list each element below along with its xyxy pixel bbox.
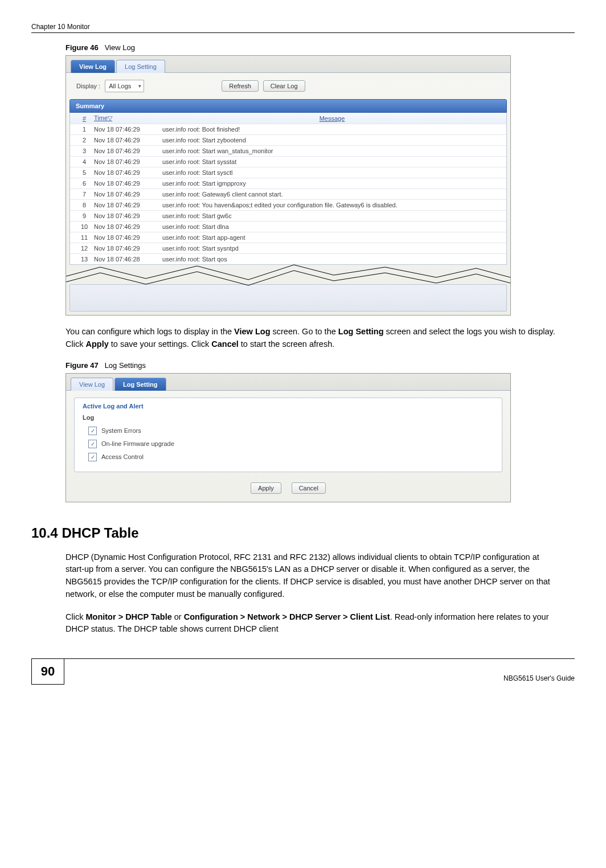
cell-time: Nov 18 07:46:29 [94, 202, 162, 208]
cell-num: 4 [75, 158, 94, 165]
cell-num: 7 [75, 191, 94, 198]
table-row: 8Nov 18 07:46:29user.info root: You have… [70, 200, 506, 211]
paragraph-1: You can configure which logs to display … [65, 326, 555, 351]
cell-msg: user.info root: Start igmpproxy [162, 180, 502, 187]
col-header-num[interactable]: # [75, 115, 94, 122]
page-tear [66, 264, 510, 281]
checkbox-access-control[interactable]: ✓ [88, 453, 97, 461]
log-table: # Time▽ Message 1Nov 18 07:46:29user.inf… [69, 113, 507, 265]
cell-num: 8 [75, 202, 94, 208]
figure-47-caption-text: Log Settings [105, 361, 146, 370]
cell-num: 13 [75, 256, 94, 263]
tab-view-log[interactable]: View Log [71, 60, 115, 73]
checkbox-label: Access Control [101, 453, 144, 460]
cell-num: 5 [75, 169, 94, 176]
cell-time: Nov 18 07:46:29 [94, 148, 162, 154]
figure-46-num: Figure 46 [65, 43, 99, 52]
cell-msg: user.info root: Boot finished! [162, 126, 502, 133]
cell-msg: user.info root: Start sysntpd [162, 245, 502, 252]
checkbox-firmware[interactable]: ✓ [88, 440, 97, 448]
cell-time: Nov 18 07:46:29 [94, 169, 162, 176]
cell-time: Nov 18 07:46:29 [94, 137, 162, 144]
cell-time: Nov 18 07:46:29 [94, 126, 162, 133]
cell-time: Nov 18 07:46:29 [94, 191, 162, 198]
cell-msg: user.info root: Start app-agent [162, 234, 502, 241]
clear-log-button[interactable]: Clear Log [263, 80, 305, 92]
section-heading-dhcp-table: 10.4 DHCP Table [31, 525, 575, 541]
table-row: 10Nov 18 07:46:29user.info root: Start d… [70, 222, 506, 232]
cell-time: Nov 18 07:46:29 [94, 212, 162, 219]
chapter-header: Chapter 10 Monitor [31, 23, 575, 33]
display-label: Display : [76, 83, 100, 89]
col-header-message[interactable]: Message [162, 115, 502, 122]
cell-time: Nov 18 07:46:29 [94, 245, 162, 252]
tab-log-setting[interactable]: Log Setting [114, 378, 166, 391]
cell-num: 6 [75, 180, 94, 187]
cell-msg: user.info root: Start sysctl [162, 169, 502, 176]
table-row: 5Nov 18 07:46:29user.info root: Start sy… [70, 167, 506, 178]
table-row: 9Nov 18 07:46:29user.info root: Start gw… [70, 211, 506, 222]
cell-time: Nov 18 07:46:29 [94, 158, 162, 165]
cell-msg: user.info root: Gateway6 client cannot s… [162, 191, 502, 198]
display-select[interactable]: All Logs ▾ [105, 80, 144, 92]
cell-time: Nov 18 07:46:29 [94, 223, 162, 230]
checkbox-row-system-errors: ✓ System Errors [83, 424, 494, 437]
button-row: Apply Cancel [66, 477, 510, 502]
cell-num: 12 [75, 245, 94, 252]
screenshot-footer-strip [69, 284, 507, 312]
tab-log-setting[interactable]: Log Setting [116, 60, 165, 73]
cell-msg: user.info root: Start zybootend [162, 137, 502, 144]
cell-num: 10 [75, 223, 94, 230]
log-table-header: # Time▽ Message [70, 113, 506, 124]
table-row: 2Nov 18 07:46:29user.info root: Start zy… [70, 135, 506, 146]
table-row: 4Nov 18 07:46:29user.info root: Start sy… [70, 157, 506, 167]
figure-46-caption-text: View Log [105, 43, 135, 52]
figure-47-num: Figure 47 [65, 361, 99, 370]
cell-num: 9 [75, 212, 94, 219]
table-row: 1Nov 18 07:46:29user.info root: Boot fin… [70, 124, 506, 135]
cell-msg: user.info root: Start qos [162, 256, 502, 263]
chevron-down-icon: ▾ [138, 83, 141, 89]
checkbox-row-firmware: ✓ On-line Firmware upgrade [83, 437, 494, 451]
cell-msg: user.info root: You haven&apos;t edited … [162, 202, 502, 208]
table-row: 3Nov 18 07:46:29user.info root: Start wa… [70, 146, 506, 157]
cell-time: Nov 18 07:46:28 [94, 256, 162, 263]
cell-num: 2 [75, 137, 94, 144]
sort-desc-icon: ▽ [108, 114, 112, 121]
active-log-panel: Active Log and Alert Log ✓ System Errors… [74, 398, 502, 472]
table-row: 13Nov 18 07:46:28user.info root: Start q… [70, 254, 506, 264]
footer-guide-title: NBG5615 User's Guide [64, 674, 575, 685]
cell-num: 1 [75, 126, 94, 133]
col-header-time[interactable]: Time▽ [94, 114, 162, 122]
table-row: 12Nov 18 07:46:29user.info root: Start s… [70, 243, 506, 254]
checkbox-label: System Errors [101, 427, 141, 434]
figure-47-screenshot: View Log Log Setting Active Log and Aler… [65, 373, 511, 502]
figure-46-screenshot: View Log Log Setting Display : All Logs … [65, 55, 511, 316]
checkbox-system-errors[interactable]: ✓ [88, 427, 97, 435]
refresh-button[interactable]: Refresh [222, 80, 259, 92]
cell-msg: user.info root: Start wan_status_monitor [162, 148, 502, 154]
cell-num: 11 [75, 234, 94, 241]
cell-time: Nov 18 07:46:29 [94, 234, 162, 241]
tab-bar: View Log Log Setting [66, 56, 510, 73]
tab-view-log[interactable]: View Log [71, 378, 113, 391]
cell-msg: user.info root: Start dlna [162, 223, 502, 230]
table-row: 11Nov 18 07:46:29user.info root: Start a… [70, 232, 506, 243]
figure-47-label: Figure 47 Log Settings [65, 361, 575, 370]
cell-msg: user.info root: Start gw6c [162, 212, 502, 219]
table-row: 7Nov 18 07:46:29user.info root: Gateway6… [70, 189, 506, 200]
page-number: 90 [31, 659, 64, 685]
cell-msg: user.info root: Start sysstat [162, 158, 502, 165]
checkbox-row-access-control: ✓ Access Control [83, 451, 494, 464]
summary-header: Summary [69, 99, 507, 113]
table-row: 6Nov 18 07:46:29user.info root: Start ig… [70, 178, 506, 189]
apply-button[interactable]: Apply [251, 482, 281, 494]
paragraph-3: Click Monitor > DHCP Table or Configurat… [65, 611, 555, 636]
checkbox-label: On-line Firmware upgrade [101, 440, 174, 447]
page-footer: 90 NBG5615 User's Guide [31, 658, 575, 685]
panel-subtitle: Log [83, 414, 494, 421]
tab-bar: View Log Log Setting [66, 374, 510, 391]
panel-title: Active Log and Alert [83, 403, 494, 410]
cancel-button[interactable]: Cancel [292, 482, 326, 494]
figure-46-label: Figure 46 View Log [65, 43, 575, 52]
